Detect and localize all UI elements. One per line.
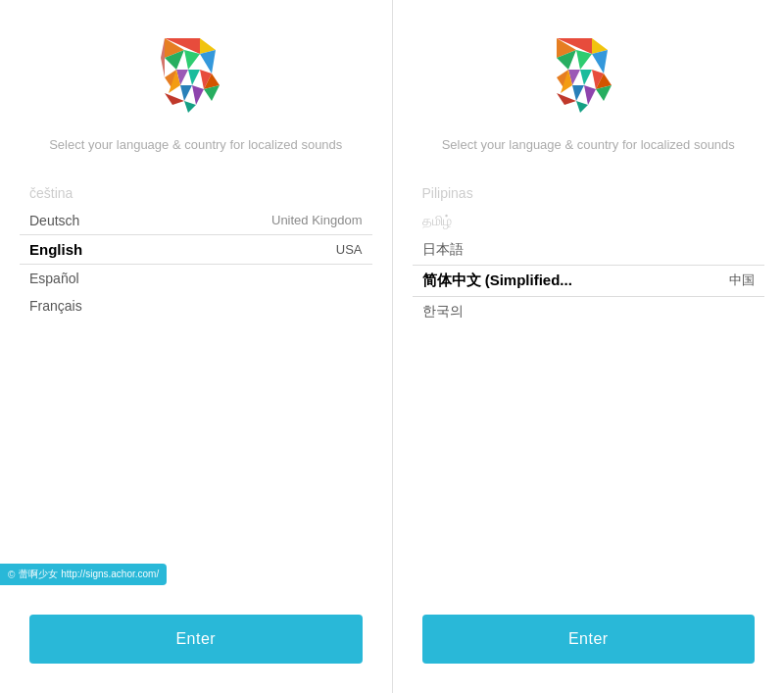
svg-marker-7 [188, 70, 200, 85]
lang-name: Pilipinas [422, 185, 473, 201]
svg-marker-12 [192, 85, 204, 105]
right-panel: Select your language & country for local… [393, 0, 785, 693]
list-item-selected[interactable]: English USA [20, 234, 372, 265]
country-name: USA [336, 242, 363, 257]
left-enter-button[interactable]: Enter [29, 615, 363, 664]
left-logo [157, 29, 235, 118]
svg-marker-13 [165, 93, 184, 105]
watermark-text: 蕾啊少女 http://signs.achor.com/ [19, 568, 159, 581]
svg-marker-31 [557, 93, 576, 105]
svg-marker-30 [584, 85, 596, 105]
lang-name: 简体中文 (Simplified... [422, 272, 572, 290]
list-item[interactable]: 日本語 [413, 235, 765, 265]
svg-marker-4 [184, 50, 200, 70]
main-container: Select your language & country for local… [0, 0, 784, 693]
svg-marker-5 [200, 50, 216, 74]
svg-marker-14 [184, 101, 196, 113]
lang-name: čeština [29, 185, 73, 201]
svg-marker-29 [572, 85, 584, 101]
lang-name: English [29, 241, 82, 258]
svg-marker-22 [576, 50, 592, 70]
list-item[interactable]: Pilipinas [413, 179, 765, 207]
watermark: © 蕾啊少女 http://signs.achor.com/ [0, 564, 167, 585]
svg-marker-32 [576, 101, 588, 113]
country-name: 中国 [729, 272, 755, 289]
lang-name: தமிழ் [422, 213, 452, 229]
lang-name: Français [29, 298, 82, 314]
lang-name: Español [29, 271, 79, 286]
list-item[interactable]: Français [20, 292, 372, 320]
list-item[interactable]: čeština [20, 179, 372, 207]
list-item[interactable]: தமிழ் [413, 207, 765, 235]
list-item[interactable]: Deutsch United Kingdom [20, 207, 372, 234]
list-item-selected[interactable]: 简体中文 (Simplified... 中国 [413, 265, 765, 297]
svg-marker-17 [161, 38, 165, 77]
list-item[interactable]: 한국의 [413, 297, 765, 326]
left-subtitle: Select your language & country for local… [49, 135, 342, 155]
right-enter-button[interactable]: Enter [422, 615, 756, 664]
left-language-list: čeština Deutsch United Kingdom English U… [20, 179, 372, 320]
lang-name: 한국의 [422, 303, 464, 321]
lang-name: Deutsch [29, 213, 79, 228]
right-language-list: Pilipinas தமிழ் 日本語 简体中文 (Simplified... … [413, 179, 765, 326]
svg-marker-11 [180, 85, 192, 101]
country-name: United Kingdom [271, 213, 363, 227]
right-subtitle: Select your language & country for local… [442, 135, 735, 155]
svg-marker-25 [580, 70, 592, 85]
left-panel: Select your language & country for local… [0, 0, 393, 693]
list-item[interactable]: Español [20, 265, 372, 292]
watermark-icon: © [8, 569, 15, 580]
svg-marker-23 [592, 50, 608, 74]
right-logo [549, 29, 627, 118]
lang-name: 日本語 [422, 241, 464, 259]
